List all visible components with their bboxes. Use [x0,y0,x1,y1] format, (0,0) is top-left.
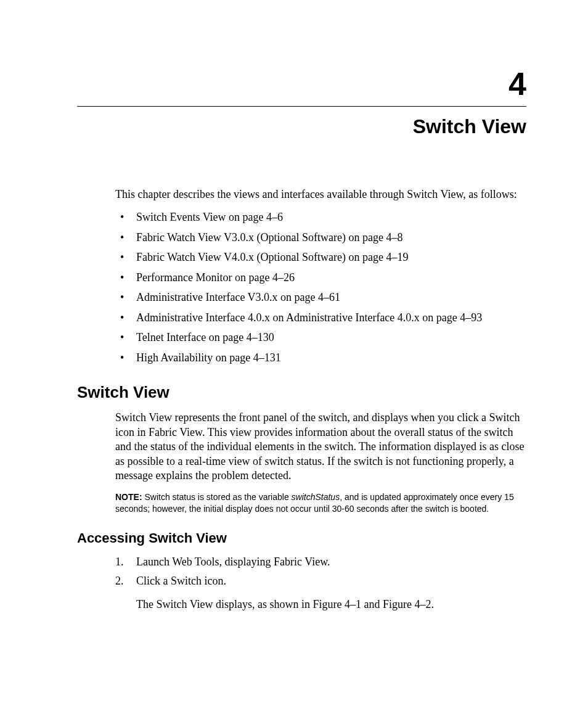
chapter-title: Switch View [77,115,526,138]
step-number: 2. [115,574,124,588]
list-item: Fabric Watch View V4.0.x (Optional Softw… [115,250,526,265]
list-item: 1. Launch Web Tools, displaying Fabric V… [115,555,526,569]
chapter-toc-list: Switch Events View on page 4–6 Fabric Wa… [115,210,526,364]
document-page: 4 Switch View This chapter describes the… [0,0,588,706]
list-item: Fabric Watch View V3.0.x (Optional Softw… [115,231,526,245]
step-text: Click a Switch icon. [136,575,226,587]
section2-body: 1. Launch Web Tools, displaying Fabric V… [115,555,526,612]
horizontal-rule [77,106,526,107]
step-number: 1. [115,555,124,569]
section-heading-accessing: Accessing Switch View [77,530,526,546]
steps-list: 1. Launch Web Tools, displaying Fabric V… [115,555,526,612]
list-item: Telnet Interface on page 4–130 [115,330,526,345]
chapter-number: 4 [77,68,526,100]
step-text: Launch Web Tools, displaying Fabric View… [136,556,330,568]
intro-paragraph: This chapter describes the views and int… [115,187,526,202]
section-heading-switch-view: Switch View [77,383,526,402]
note-label: NOTE: [115,492,142,502]
list-item: Switch Events View on page 4–6 [115,210,526,224]
note-block: NOTE: Switch status is stored as the var… [115,491,526,514]
section1-body: Switch View represents the front panel o… [115,411,526,514]
section1-paragraph: Switch View represents the front panel o… [115,411,526,483]
list-item: 2. Click a Switch icon. The Switch View … [115,574,526,612]
note-text-pre: Switch status is stored as the variable [142,492,292,502]
list-item: High Availability on page 4–131 [115,351,526,365]
list-item: Administrative Interface 4.0.x on Admini… [115,311,526,325]
list-item: Administrative Interface V3.0.x on page … [115,290,526,305]
note-variable: switchStatus [292,492,340,502]
step-result: The Switch View displays, as shown in Fi… [136,597,526,612]
list-item: Performance Monitor on page 4–26 [115,271,526,285]
intro-block: This chapter describes the views and int… [115,187,526,364]
